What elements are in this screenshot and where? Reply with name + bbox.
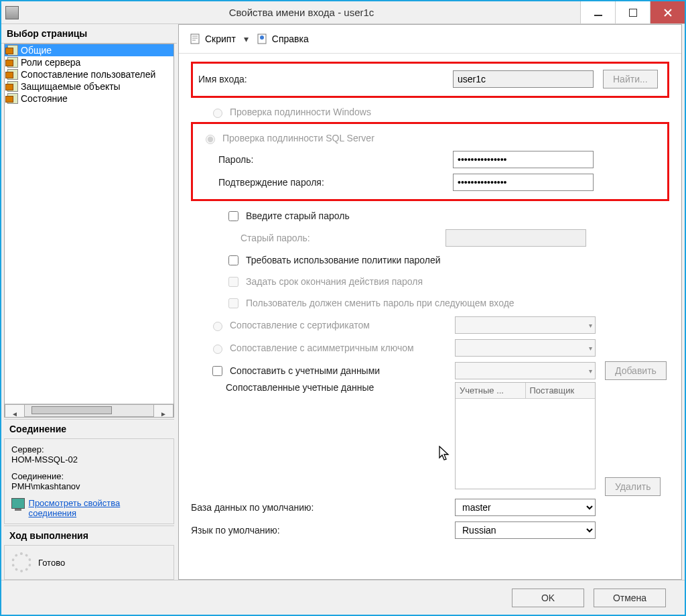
page-label: Состояние bbox=[21, 93, 68, 104]
server-label: Сервер: bbox=[11, 444, 167, 454]
script-button[interactable]: Скрипт bbox=[187, 32, 238, 46]
auth-sql-label: Проверка подлинности SQL Server bbox=[222, 133, 374, 143]
page-server-roles[interactable]: Роли сервера bbox=[5, 56, 174, 68]
enforce-expiration-label: Задать срок окончания действия пароля bbox=[246, 276, 423, 287]
script-icon bbox=[190, 33, 202, 45]
scroll-track[interactable] bbox=[25, 404, 153, 417]
asym-key-combo: ▾ bbox=[455, 339, 596, 357]
left-panel: Выбор страницы Общие Роли сервера Сопост… bbox=[1, 24, 177, 580]
window-title: Свойства имени входа - user1c bbox=[23, 7, 580, 18]
old-password-label: Старый пароль: bbox=[191, 233, 445, 243]
mapped-credentials-table[interactable]: Учетные ... Поставщик bbox=[455, 382, 596, 489]
svg-point-4 bbox=[260, 36, 264, 40]
enforce-policy-checkbox[interactable]: Требовать использование политики паролей bbox=[191, 249, 669, 271]
cancel-button[interactable]: Отмена bbox=[594, 589, 666, 607]
progress-panel: Ход выполнения Готово bbox=[4, 526, 174, 580]
dialog-footer: OK Отмена bbox=[1, 580, 685, 615]
credential-combo: ▾ bbox=[455, 362, 596, 379]
enforce-policy-input[interactable] bbox=[228, 255, 238, 265]
page-tree: Общие Роли сервера Сопоставление пользов… bbox=[4, 44, 174, 418]
login-name-label: Имя входа: bbox=[198, 74, 453, 84]
mapped-credentials-label: Сопоставленные учетные данные bbox=[191, 382, 455, 393]
default-db-combo[interactable]: master bbox=[455, 499, 596, 516]
page-icon bbox=[7, 45, 18, 56]
progress-status: Готово bbox=[38, 558, 65, 568]
minimize-button[interactable] bbox=[580, 1, 615, 23]
map-credential-label: Сопоставить с учетными данными bbox=[230, 365, 380, 376]
general-form: Имя входа: Найти... Проверка подлинности… bbox=[179, 54, 681, 550]
content-panel: Скрипт ▾ Справка Имя входа: Найти... bbox=[178, 24, 682, 580]
progress-spinner-icon bbox=[11, 552, 31, 572]
server-value: HOM-MSSQL-02 bbox=[11, 454, 167, 465]
enforce-expiration-checkbox: Задать срок окончания действия пароля bbox=[191, 271, 669, 292]
chevron-down-icon: ▾ bbox=[589, 322, 592, 329]
highlight-sql-auth: Проверка подлинности SQL Server Пароль: … bbox=[191, 122, 669, 201]
page-icon bbox=[7, 81, 18, 92]
page-icon bbox=[7, 57, 18, 68]
add-credential-button: Добавить bbox=[605, 361, 667, 380]
map-certificate-radio: Сопоставление с сертификатом bbox=[191, 315, 455, 335]
map-credential-checkbox[interactable]: Сопоставить с учетными данными bbox=[191, 360, 455, 381]
page-securables[interactable]: Защищаемые объекты bbox=[5, 80, 174, 93]
certificate-combo: ▾ bbox=[455, 316, 596, 334]
page-user-mapping[interactable]: Сопоставление пользователей bbox=[5, 68, 174, 80]
close-button[interactable] bbox=[650, 1, 685, 23]
help-button[interactable]: Справка bbox=[254, 32, 312, 46]
default-lang-label: Язык по умолчанию: bbox=[191, 525, 455, 536]
remove-credential-button: Удалить bbox=[605, 477, 661, 496]
auth-windows-input bbox=[213, 109, 222, 118]
svg-rect-1 bbox=[629, 9, 637, 17]
page-status[interactable]: Состояние bbox=[5, 93, 174, 105]
default-db-label: База данных по умолчанию: bbox=[191, 502, 455, 513]
confirm-password-field[interactable] bbox=[453, 174, 594, 191]
view-connection-properties-link[interactable]: Просмотреть свойства соединения bbox=[29, 498, 167, 518]
script-label: Скрипт bbox=[205, 34, 236, 44]
scroll-right-button[interactable]: ► bbox=[153, 404, 174, 418]
map-credential-input[interactable] bbox=[212, 366, 222, 376]
default-lang-combo[interactable]: Russian bbox=[455, 521, 596, 539]
titlebar[interactable]: Свойства имени входа - user1c bbox=[1, 1, 685, 23]
confirm-password-label: Подтверждение пароля: bbox=[198, 177, 453, 188]
tree-hscrollbar[interactable]: ◄ ► bbox=[5, 404, 174, 417]
app-icon bbox=[5, 6, 19, 19]
col-provider[interactable]: Поставщик bbox=[526, 383, 596, 398]
page-icon bbox=[7, 69, 18, 80]
password-field[interactable] bbox=[453, 151, 594, 168]
connection-value: PMH\mkashtanov bbox=[11, 481, 167, 491]
old-password-field bbox=[445, 229, 586, 247]
auth-windows-label: Проверка подлинности Windows bbox=[230, 107, 371, 117]
must-change-checkbox: Пользователь должен сменить пароль при с… bbox=[191, 292, 669, 314]
chevron-down-icon: ▾ bbox=[589, 345, 592, 352]
maximize-button[interactable] bbox=[615, 1, 650, 23]
page-label: Общие bbox=[21, 45, 52, 56]
enforce-policy-label: Требовать использование политики паролей bbox=[246, 255, 441, 265]
find-button: Найти... bbox=[603, 70, 658, 88]
highlight-login-name: Имя входа: Найти... bbox=[191, 62, 669, 98]
page-label: Защищаемые объекты bbox=[21, 81, 121, 92]
login-properties-dialog: Свойства имени входа - user1c Выбор стра… bbox=[0, 0, 686, 616]
map-certificate-input bbox=[213, 322, 222, 331]
page-label: Сопоставление пользователей bbox=[21, 69, 155, 80]
connection-label: Соединение: bbox=[11, 471, 167, 481]
specify-old-password-label: Введите старый пароль bbox=[246, 210, 350, 221]
must-change-input bbox=[228, 298, 238, 308]
page-general[interactable]: Общие bbox=[5, 44, 174, 56]
col-credential[interactable]: Учетные ... bbox=[456, 383, 526, 398]
toolbar: Скрипт ▾ Справка bbox=[179, 25, 681, 54]
ok-button[interactable]: OK bbox=[512, 589, 584, 607]
specify-old-password-input[interactable] bbox=[228, 211, 238, 221]
login-name-field[interactable] bbox=[453, 70, 594, 88]
dropdown-arrow-icon[interactable]: ▾ bbox=[243, 34, 250, 44]
scroll-left-button[interactable]: ◄ bbox=[5, 404, 25, 418]
progress-header: Ход выполнения bbox=[4, 526, 174, 546]
scroll-thumb[interactable] bbox=[31, 406, 112, 414]
map-asym-key-radio: Сопоставление с асимметричным ключом bbox=[191, 338, 455, 358]
map-asym-key-label: Сопоставление с асимметричным ключом bbox=[230, 343, 414, 353]
chevron-down-icon: ▾ bbox=[589, 367, 592, 375]
auth-sql-input bbox=[206, 135, 215, 144]
monitor-icon bbox=[11, 498, 25, 509]
specify-old-password-checkbox[interactable]: Введите старый пароль bbox=[191, 205, 669, 227]
connection-header: Соединение bbox=[4, 419, 174, 439]
auth-sql-radio: Проверка подлинности SQL Server bbox=[198, 128, 662, 148]
help-icon bbox=[257, 33, 269, 45]
